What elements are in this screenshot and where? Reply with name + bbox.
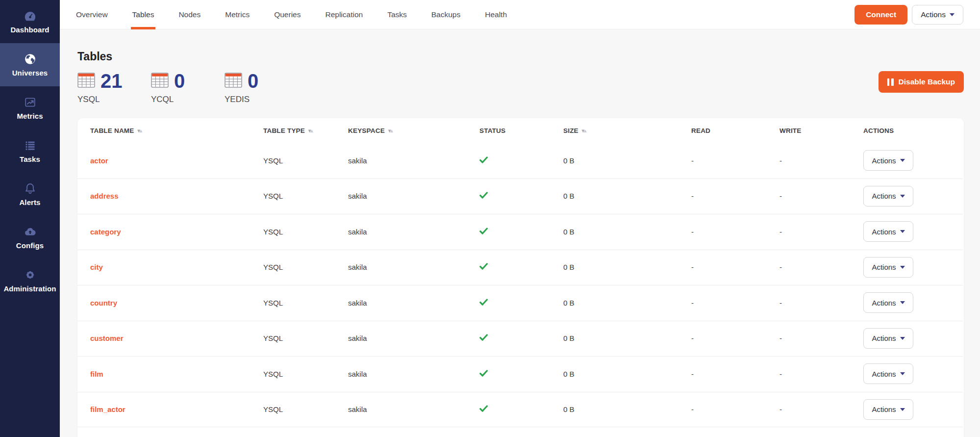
write-cell: - xyxy=(779,228,863,236)
table-body: actor YSQL sakila 0 B - - Actions addres… xyxy=(77,143,964,427)
table-row: city YSQL sakila 0 B - - Actions xyxy=(77,250,964,285)
column-header-size[interactable]: SIZE▾▴ xyxy=(563,127,691,134)
ycql-count: 0 xyxy=(174,71,185,91)
keyspace-cell: sakila xyxy=(348,299,479,307)
chevron-down-icon xyxy=(950,13,955,16)
tab-nodes[interactable]: Nodes xyxy=(178,0,201,29)
gauge-icon xyxy=(24,9,37,23)
row-actions-dropdown[interactable]: Actions xyxy=(863,186,913,206)
table-name-link[interactable]: customer xyxy=(90,334,124,342)
status-ok-icon xyxy=(479,228,488,236)
row-actions-dropdown[interactable]: Actions xyxy=(863,328,913,349)
globe-icon xyxy=(24,52,37,66)
keyspace-cell: sakila xyxy=(348,405,479,413)
actions-dropdown[interactable]: Actions xyxy=(912,5,963,25)
status-cell xyxy=(479,370,563,378)
sidebar-item-metrics[interactable]: Metrics xyxy=(0,86,60,129)
tab-tasks[interactable]: Tasks xyxy=(387,0,407,29)
chevron-down-icon xyxy=(900,301,905,304)
table-name-link[interactable]: city xyxy=(90,263,103,271)
yedis-count: 0 xyxy=(248,71,258,91)
yedis-label: YEDIS xyxy=(225,95,298,104)
size-cell: 0 B xyxy=(563,299,691,307)
stat-ysql: 21 YSQL xyxy=(77,71,151,104)
column-header-table-name[interactable]: TABLE NAME▾▴ xyxy=(90,127,263,134)
size-cell: 0 B xyxy=(563,228,691,236)
tab-queries[interactable]: Queries xyxy=(274,0,301,29)
column-header-table-type[interactable]: TABLE TYPE▾▴ xyxy=(263,127,348,134)
table-row: address YSQL sakila 0 B - - Actions xyxy=(77,179,964,214)
sidebar-item-universes[interactable]: Universes xyxy=(0,43,60,86)
tab-replication[interactable]: Replication xyxy=(325,0,363,29)
read-cell: - xyxy=(691,334,779,342)
status-cell xyxy=(479,156,563,165)
keyspace-cell: sakila xyxy=(348,228,479,236)
table-name-link[interactable]: actor xyxy=(90,156,108,165)
write-cell: - xyxy=(779,192,863,200)
page-title: Tables xyxy=(77,50,964,63)
size-cell: 0 B xyxy=(563,192,691,200)
column-header-status: STATUS xyxy=(479,127,563,134)
write-cell: - xyxy=(779,299,863,307)
table-name-link[interactable]: address xyxy=(90,192,119,200)
write-cell: - xyxy=(779,405,863,413)
sidebar-item-alerts[interactable]: Alerts xyxy=(0,173,60,216)
size-cell: 0 B xyxy=(563,405,691,413)
table-type-cell: YSQL xyxy=(263,299,348,307)
write-cell: - xyxy=(779,156,863,165)
row-actions-dropdown[interactable]: Actions xyxy=(863,363,913,384)
table-name-link[interactable]: film xyxy=(90,370,103,378)
universe-top-bar: OverviewTablesNodesMetricsQueriesReplica… xyxy=(60,0,980,29)
sidebar-item-label: Universes xyxy=(12,69,48,77)
sort-icons: ▾▴ xyxy=(582,128,586,133)
row-actions-dropdown[interactable]: Actions xyxy=(863,257,913,278)
row-actions-dropdown[interactable]: Actions xyxy=(863,150,913,171)
write-cell: - xyxy=(779,263,863,271)
sidebar-item-configs[interactable]: Configs xyxy=(0,216,60,259)
table-row: customer YSQL sakila 0 B - - Actions xyxy=(77,321,964,357)
table-row: actor YSQL sakila 0 B - - Actions xyxy=(77,143,964,179)
row-actions-dropdown[interactable]: Actions xyxy=(863,221,913,242)
table-name-link[interactable]: country xyxy=(90,299,117,307)
tab-tables[interactable]: Tables xyxy=(132,0,154,29)
column-header-keyspace[interactable]: KEYSPACE▾▴ xyxy=(348,127,479,134)
status-ok-icon xyxy=(479,263,488,271)
sort-icons: ▾▴ xyxy=(308,128,313,133)
sidebar-item-label: Administration xyxy=(3,284,56,293)
table-stats-row: 21 YSQL 0 YCQL 0 xyxy=(77,71,964,104)
sidebar-item-tasks[interactable]: Tasks xyxy=(0,129,60,173)
tab-backups[interactable]: Backups xyxy=(431,0,460,29)
disable-backup-button[interactable]: Disable Backup xyxy=(879,71,964,93)
stat-yedis: 0 YEDIS xyxy=(225,71,298,104)
table-type-cell: YSQL xyxy=(263,263,348,271)
gear-icon xyxy=(24,268,37,282)
table-row: film YSQL sakila 0 B - - Actions xyxy=(77,356,964,392)
status-ok-icon xyxy=(479,370,488,378)
tab-health[interactable]: Health xyxy=(485,0,507,29)
table-type-cell: YSQL xyxy=(263,334,348,342)
row-actions-dropdown[interactable]: Actions xyxy=(863,292,913,313)
column-header-write: WRITE xyxy=(779,127,863,134)
tab-overview[interactable]: Overview xyxy=(76,0,108,29)
chevron-down-icon xyxy=(900,372,905,375)
status-cell xyxy=(479,299,563,307)
sidebar-item-dashboard[interactable]: Dashboard xyxy=(0,0,60,43)
table-name-link[interactable]: category xyxy=(90,228,121,236)
keyspace-cell: sakila xyxy=(348,192,479,200)
row-actions-dropdown[interactable]: Actions xyxy=(863,399,913,420)
sidebar-item-label: Metrics xyxy=(17,112,43,120)
sidebar-item-administration[interactable]: Administration xyxy=(0,259,60,302)
keyspace-cell: sakila xyxy=(348,334,479,342)
table-type-cell: YSQL xyxy=(263,228,348,236)
write-cell: - xyxy=(779,334,863,342)
column-header-actions: ACTIONS xyxy=(863,127,951,134)
status-cell xyxy=(479,334,563,342)
connect-button[interactable]: Connect xyxy=(854,5,907,25)
table-name-link[interactable]: film_actor xyxy=(90,405,126,413)
sidebar-item-label: Tasks xyxy=(20,155,40,163)
table-icon xyxy=(225,73,242,90)
column-header-read: READ xyxy=(691,127,779,134)
sidebar-item-label: Dashboard xyxy=(10,26,49,34)
tab-metrics[interactable]: Metrics xyxy=(225,0,250,29)
chevron-down-icon xyxy=(900,408,905,411)
